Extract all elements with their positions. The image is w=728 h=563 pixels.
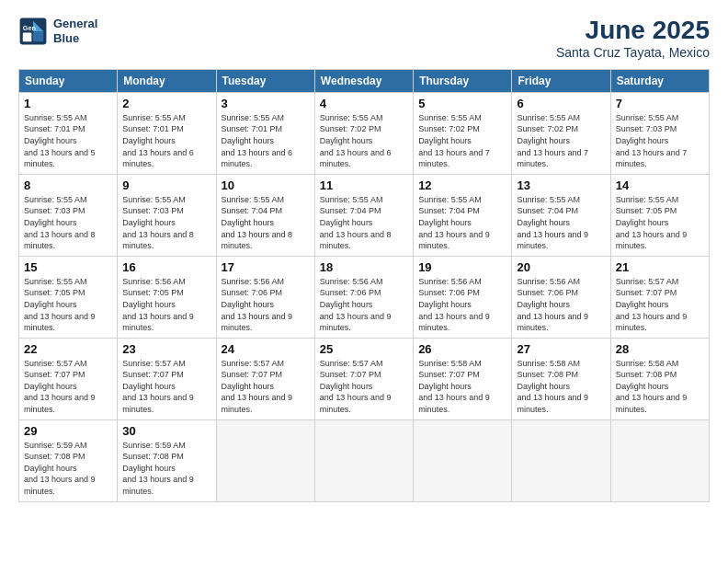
calendar-cell: 10 Sunrise: 5:55 AMSunset: 7:04 PMDaylig… — [216, 174, 314, 256]
calendar-cell: 30 Sunrise: 5:59 AMSunset: 7:08 PMDaylig… — [118, 419, 216, 501]
day-number: 8 — [24, 178, 112, 192]
cell-info: Sunrise: 5:56 AMSunset: 7:06 PMDaylight … — [222, 277, 293, 332]
day-number: 27 — [517, 342, 605, 356]
day-number: 18 — [320, 260, 408, 274]
cell-info: Sunrise: 5:55 AMSunset: 7:03 PMDaylight … — [24, 195, 96, 250]
svg-text:Gen: Gen — [23, 24, 36, 32]
calendar-cell: 24 Sunrise: 5:57 AMSunset: 7:07 PMDaylig… — [216, 338, 314, 419]
day-number: 23 — [122, 342, 210, 356]
calendar-cell: 22 Sunrise: 5:57 AMSunset: 7:07 PMDaylig… — [19, 338, 118, 419]
cell-info: Sunrise: 5:57 AMSunset: 7:07 PMDaylight … — [616, 277, 688, 332]
day-number: 9 — [122, 178, 210, 192]
cell-info: Sunrise: 5:55 AMSunset: 7:02 PMDaylight … — [418, 113, 490, 168]
col-monday: Monday — [118, 69, 216, 92]
day-number: 28 — [616, 342, 704, 356]
calendar-cell: 12 Sunrise: 5:55 AMSunset: 7:04 PMDaylig… — [414, 174, 512, 256]
col-thursday: Thursday — [414, 69, 512, 92]
page: Gen General Blue June 2025 Santa Cruz Ta… — [0, 0, 728, 563]
calendar-cell: 20 Sunrise: 5:56 AMSunset: 7:06 PMDaylig… — [512, 256, 610, 338]
day-number: 4 — [320, 97, 408, 110]
cell-info: Sunrise: 5:55 AMSunset: 7:03 PMDaylight … — [616, 113, 688, 168]
cell-info: Sunrise: 5:55 AMSunset: 7:05 PMDaylight … — [616, 195, 688, 250]
day-number: 11 — [320, 178, 408, 192]
cell-info: Sunrise: 5:55 AMSunset: 7:01 PMDaylight … — [222, 113, 293, 168]
cell-info: Sunrise: 5:58 AMSunset: 7:07 PMDaylight … — [418, 359, 490, 414]
calendar-cell: 19 Sunrise: 5:56 AMSunset: 7:06 PMDaylig… — [414, 256, 512, 338]
calendar-cell — [314, 419, 413, 501]
calendar-table: Sunday Monday Tuesday Wednesday Thursday… — [18, 69, 710, 502]
calendar-title: June 2025 — [556, 17, 710, 45]
day-number: 19 — [418, 260, 506, 274]
cell-info: Sunrise: 5:58 AMSunset: 7:08 PMDaylight … — [616, 359, 688, 414]
svg-rect-3 — [23, 33, 32, 42]
day-number: 6 — [517, 97, 605, 110]
col-saturday: Saturday — [610, 69, 709, 92]
day-number: 7 — [616, 97, 704, 110]
cell-info: Sunrise: 5:56 AMSunset: 7:05 PMDaylight … — [122, 277, 194, 332]
calendar-cell: 9 Sunrise: 5:55 AMSunset: 7:03 PMDayligh… — [118, 174, 216, 256]
cell-info: Sunrise: 5:59 AMSunset: 7:08 PMDaylight … — [122, 441, 194, 496]
calendar-cell — [414, 419, 512, 501]
calendar-cell: 27 Sunrise: 5:58 AMSunset: 7:08 PMDaylig… — [512, 338, 610, 419]
calendar-cell: 2 Sunrise: 5:55 AMSunset: 7:01 PMDayligh… — [118, 92, 216, 174]
calendar-week-row: 15 Sunrise: 5:55 AMSunset: 7:05 PMDaylig… — [19, 256, 710, 338]
day-number: 22 — [24, 342, 112, 356]
cell-info: Sunrise: 5:59 AMSunset: 7:08 PMDaylight … — [24, 441, 96, 496]
day-number: 14 — [616, 178, 704, 192]
title-block: June 2025 Santa Cruz Tayata, Mexico — [556, 17, 710, 60]
calendar-cell: 7 Sunrise: 5:55 AMSunset: 7:03 PMDayligh… — [610, 92, 709, 174]
cell-info: Sunrise: 5:55 AMSunset: 7:02 PMDaylight … — [320, 113, 392, 168]
logo-text: General Blue — [53, 17, 97, 45]
cell-info: Sunrise: 5:55 AMSunset: 7:03 PMDaylight … — [122, 195, 194, 250]
col-wednesday: Wednesday — [314, 69, 413, 92]
day-number: 24 — [222, 342, 310, 356]
calendar-cell: 3 Sunrise: 5:55 AMSunset: 7:01 PMDayligh… — [216, 92, 314, 174]
calendar-week-row: 1 Sunrise: 5:55 AMSunset: 7:01 PMDayligh… — [19, 92, 710, 174]
cell-info: Sunrise: 5:58 AMSunset: 7:08 PMDaylight … — [517, 359, 588, 414]
svg-marker-2 — [33, 31, 43, 41]
calendar-cell — [216, 419, 314, 501]
cell-info: Sunrise: 5:56 AMSunset: 7:06 PMDaylight … — [418, 277, 490, 332]
calendar-cell: 5 Sunrise: 5:55 AMSunset: 7:02 PMDayligh… — [414, 92, 512, 174]
cell-info: Sunrise: 5:56 AMSunset: 7:06 PMDaylight … — [517, 277, 588, 332]
calendar-cell — [610, 419, 709, 501]
col-friday: Friday — [512, 69, 610, 92]
cell-info: Sunrise: 5:57 AMSunset: 7:07 PMDaylight … — [24, 359, 96, 414]
calendar-cell: 28 Sunrise: 5:58 AMSunset: 7:08 PMDaylig… — [610, 338, 709, 419]
calendar-cell: 8 Sunrise: 5:55 AMSunset: 7:03 PMDayligh… — [19, 174, 118, 256]
day-number: 3 — [222, 97, 310, 110]
day-number: 20 — [517, 260, 605, 274]
day-number: 12 — [418, 178, 506, 192]
cell-info: Sunrise: 5:55 AMSunset: 7:04 PMDaylight … — [222, 195, 293, 250]
cell-info: Sunrise: 5:55 AMSunset: 7:04 PMDaylight … — [320, 195, 392, 250]
cell-info: Sunrise: 5:55 AMSunset: 7:01 PMDaylight … — [122, 113, 194, 168]
cell-info: Sunrise: 5:55 AMSunset: 7:05 PMDaylight … — [24, 277, 96, 332]
cell-info: Sunrise: 5:55 AMSunset: 7:02 PMDaylight … — [517, 113, 588, 168]
calendar-cell: 14 Sunrise: 5:55 AMSunset: 7:05 PMDaylig… — [610, 174, 709, 256]
calendar-cell: 11 Sunrise: 5:55 AMSunset: 7:04 PMDaylig… — [314, 174, 413, 256]
calendar-week-row: 29 Sunrise: 5:59 AMSunset: 7:08 PMDaylig… — [19, 419, 710, 501]
calendar-subtitle: Santa Cruz Tayata, Mexico — [556, 45, 710, 60]
logo-icon: Gen — [18, 17, 48, 46]
calendar-cell: 15 Sunrise: 5:55 AMSunset: 7:05 PMDaylig… — [19, 256, 118, 338]
cell-info: Sunrise: 5:57 AMSunset: 7:07 PMDaylight … — [122, 359, 194, 414]
day-number: 2 — [122, 97, 210, 110]
calendar-cell: 18 Sunrise: 5:56 AMSunset: 7:06 PMDaylig… — [314, 256, 413, 338]
day-number: 15 — [24, 260, 112, 274]
calendar-cell: 17 Sunrise: 5:56 AMSunset: 7:06 PMDaylig… — [216, 256, 314, 338]
cell-info: Sunrise: 5:56 AMSunset: 7:06 PMDaylight … — [320, 277, 392, 332]
calendar-cell: 21 Sunrise: 5:57 AMSunset: 7:07 PMDaylig… — [610, 256, 709, 338]
day-number: 16 — [122, 260, 210, 274]
logo: Gen General Blue — [18, 17, 97, 46]
calendar-cell: 4 Sunrise: 5:55 AMSunset: 7:02 PMDayligh… — [314, 92, 413, 174]
day-number: 5 — [418, 97, 506, 110]
calendar-week-row: 8 Sunrise: 5:55 AMSunset: 7:03 PMDayligh… — [19, 174, 710, 256]
calendar-week-row: 22 Sunrise: 5:57 AMSunset: 7:07 PMDaylig… — [19, 338, 710, 419]
calendar-cell: 25 Sunrise: 5:57 AMSunset: 7:07 PMDaylig… — [314, 338, 413, 419]
day-number: 13 — [517, 178, 605, 192]
calendar-header-row: Sunday Monday Tuesday Wednesday Thursday… — [19, 69, 710, 92]
day-number: 30 — [122, 424, 210, 438]
cell-info: Sunrise: 5:55 AMSunset: 7:01 PMDaylight … — [24, 113, 96, 168]
calendar-cell: 1 Sunrise: 5:55 AMSunset: 7:01 PMDayligh… — [19, 92, 118, 174]
day-number: 1 — [24, 97, 112, 110]
